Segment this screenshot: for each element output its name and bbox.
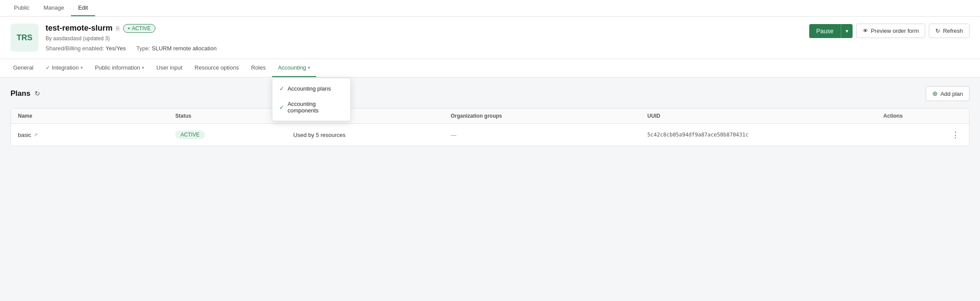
nav-integration-label: Integration <box>52 64 78 71</box>
nav-public-information-label: Public information <box>95 64 140 71</box>
nav-integration[interactable]: ✓ Integration ▾ <box>39 59 88 77</box>
col-header-actions: Actions <box>883 113 962 119</box>
nav-general-label: General <box>13 64 33 71</box>
type-field: Type: SLURM remote allocation <box>136 45 217 52</box>
col-header-name: Name <box>18 113 175 119</box>
nav-resource-options-label: Resource options <box>194 64 239 71</box>
type-label: Type: <box>136 45 150 52</box>
title-row: test-remote-slurm ⎘ ACTIVE <box>46 24 217 33</box>
status-badge: ACTIVE <box>123 24 155 33</box>
shared-billing-label: Shared/Billing enabled: <box>46 45 104 52</box>
add-plan-label: Add plan <box>941 91 963 97</box>
external-link-icon: ↗ <box>34 132 38 138</box>
nav-accounting-label: Accounting <box>278 64 306 71</box>
plans-title: Plans <box>11 89 30 98</box>
second-nav: General ✓ Integration ▾ Public informati… <box>0 59 980 77</box>
dropdown-accounting-components[interactable]: ✓ Accounting components <box>272 96 350 118</box>
integration-chevron-icon: ▾ <box>81 65 83 70</box>
accounting-chevron-icon: ▾ <box>308 65 310 70</box>
header-actions: Pause ▾ 👁 Preview order form ↻ Refresh <box>809 24 969 38</box>
cell-resources: Used by 5 resources <box>293 132 451 138</box>
header-info: test-remote-slurm ⎘ ACTIVE By aasdasdasd… <box>46 24 217 52</box>
table-row: basic ↗ ACTIVE Used by 5 resources — 5c4… <box>11 124 969 146</box>
cell-uuid: 5c42c8cb05a94df9a87ace50b870431c <box>647 132 883 138</box>
pause-button-group: Pause ▾ <box>809 24 853 38</box>
eye-icon: 👁 <box>863 28 868 34</box>
nav-general[interactable]: General <box>7 59 39 77</box>
col-header-uuid: UUID <box>647 113 883 119</box>
accounting-dropdown-wrapper: Accounting ▾ ✓ Accounting plans ✓ Accoun… <box>272 59 316 77</box>
cell-name: basic ↗ <box>18 132 175 138</box>
plans-refresh-icon[interactable]: ↻ <box>35 90 40 98</box>
nav-roles[interactable]: Roles <box>245 59 271 77</box>
resource-title: test-remote-slurm <box>46 24 113 33</box>
refresh-icon: ↻ <box>935 28 940 34</box>
by-line: By aasdasdasd (updated 3) <box>46 35 217 42</box>
preview-order-form-button[interactable]: 👁 Preview order form <box>856 24 926 38</box>
row-name-text[interactable]: basic <box>18 132 31 138</box>
type-value: SLURM remote allocation <box>152 45 217 52</box>
tab-manage[interactable]: Manage <box>36 0 71 16</box>
tab-edit[interactable]: Edit <box>71 0 95 16</box>
nav-public-information[interactable]: Public information ▾ <box>89 59 150 77</box>
accounting-dropdown-menu: ✓ Accounting plans ✓ Accounting componen… <box>272 78 351 121</box>
accounting-plans-check-icon: ✓ <box>279 85 284 92</box>
cell-actions: ⋮ <box>883 129 962 140</box>
plans-title-row: Plans ↻ <box>11 89 40 98</box>
plans-table: Name Status Resources Organization group… <box>11 108 969 146</box>
nav-user-input[interactable]: User input <box>150 59 188 77</box>
content-area: Plans ↻ ⊕ Add plan Name Status Resources… <box>0 77 980 155</box>
add-plan-button[interactable]: ⊕ Add plan <box>926 86 969 101</box>
plans-header: Plans ↻ ⊕ Add plan <box>11 86 969 101</box>
public-info-chevron-icon: ▾ <box>142 65 144 70</box>
nav-accounting[interactable]: Accounting ▾ <box>272 59 316 77</box>
meta-row: Shared/Billing enabled: Yes/Yes Type: SL… <box>46 45 217 52</box>
accounting-components-check-icon: ✓ <box>279 104 284 111</box>
table-header-row: Name Status Resources Organization group… <box>11 108 969 124</box>
header-left: TRS test-remote-slurm ⎘ ACTIVE By aasdas… <box>11 24 217 52</box>
avatar: TRS <box>11 24 39 52</box>
pause-button[interactable]: Pause <box>809 24 841 38</box>
col-header-org-groups: Organization groups <box>451 113 647 119</box>
top-nav: Public Manage Edit <box>0 0 980 17</box>
nav-resource-options[interactable]: Resource options <box>188 59 245 77</box>
refresh-button[interactable]: ↻ Refresh <box>929 24 969 38</box>
nav-user-input-label: User input <box>156 64 182 71</box>
copy-icon[interactable]: ⎘ <box>116 25 120 32</box>
dropdown-accounting-plans[interactable]: ✓ Accounting plans <box>272 81 350 96</box>
row-status-badge: ACTIVE <box>175 130 204 139</box>
dropdown-accounting-components-label: Accounting components <box>288 101 343 114</box>
dropdown-accounting-plans-label: Accounting plans <box>288 85 331 92</box>
page-header: TRS test-remote-slurm ⎘ ACTIVE By aasdas… <box>0 17 980 59</box>
shared-billing-value: Yes/Yes <box>106 45 126 52</box>
cell-status: ACTIVE <box>175 130 293 139</box>
shared-billing: Shared/Billing enabled: Yes/Yes <box>46 45 126 52</box>
pause-caret-button[interactable]: ▾ <box>841 24 853 38</box>
integration-check-icon: ✓ <box>46 65 50 71</box>
cell-org-groups: — <box>451 132 647 138</box>
tab-public[interactable]: Public <box>7 0 36 16</box>
row-actions-button[interactable]: ⋮ <box>949 129 962 140</box>
nav-roles-label: Roles <box>251 64 265 71</box>
add-plan-plus-icon: ⊕ <box>932 90 938 98</box>
